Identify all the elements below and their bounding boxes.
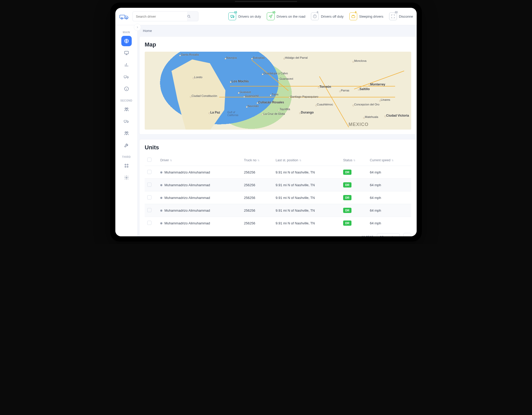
nav-apps[interactable]: [121, 160, 132, 171]
sort-icon[interactable]: ⇅: [353, 159, 355, 162]
nav-dashboard[interactable]: [121, 48, 132, 58]
page-size-select[interactable]: 10 count: [377, 233, 400, 237]
nav-team[interactable]: [121, 128, 132, 138]
map-city-marker[interactable]: [315, 105, 317, 106]
map-city-label: Monterrey: [370, 83, 385, 86]
cell-position: 9.91 mi N of Nashville, TN: [273, 217, 341, 230]
map-city-label: Santiago Papasquiaro: [290, 95, 318, 98]
nav-map[interactable]: [121, 36, 132, 46]
svg-point-26: [126, 177, 127, 178]
table-row[interactable]: Muhammadrizo Alimuhammad 256256 9.91 mi …: [145, 166, 411, 179]
svg-point-13: [127, 77, 128, 78]
map-city-label: Monclova: [354, 59, 366, 62]
table-row[interactable]: Muhammadrizo Alimuhammad 256256 9.91 mi …: [145, 179, 411, 191]
map-city-marker[interactable]: [257, 102, 258, 104]
map-city-marker[interactable]: [369, 84, 370, 86]
svg-point-2: [126, 18, 127, 19]
map-city-label: Los Mochis: [231, 79, 249, 83]
map-city-marker[interactable]: [262, 114, 263, 116]
search-icon: [187, 15, 191, 18]
metric-label: Disconne: [399, 15, 413, 18]
map-city-marker[interactable]: [246, 106, 248, 108]
table-row[interactable]: Muhammadrizo Alimuhammad 256256 9.91 mi …: [145, 191, 411, 204]
cell-driver: Muhammadrizo Alimuhammad: [164, 170, 210, 174]
search-button[interactable]: [187, 11, 198, 21]
map-city-label: Linares: [381, 98, 390, 101]
map-city-marker[interactable]: [251, 58, 253, 59]
nav-maintenance[interactable]: [121, 140, 132, 150]
svg-point-5: [231, 17, 232, 18]
col-status[interactable]: Status: [343, 158, 352, 162]
row-checkbox[interactable]: [147, 183, 151, 187]
map-city-label: Guasave: [240, 90, 251, 93]
table-row[interactable]: Muhammadrizo Alimuhammad 256256 9.91 mi …: [145, 217, 411, 230]
row-checkbox[interactable]: [147, 170, 151, 174]
svg-point-24: [125, 166, 126, 167]
map-city-marker[interactable]: [193, 77, 194, 79]
cell-driver: Muhammadrizo Alimuhammad: [164, 221, 210, 225]
metric-drivers-off-duty[interactable]: 0Drivers off duty: [311, 12, 343, 20]
sort-icon[interactable]: ⇅: [170, 159, 172, 162]
sort-icon[interactable]: ⇅: [391, 159, 394, 162]
metric-sleeping-drivers[interactable]: 0Sleeping drivers: [349, 12, 383, 20]
nav-info[interactable]: [121, 84, 132, 94]
sidebar-collapse-button[interactable]: [134, 24, 141, 31]
map-city-marker[interactable]: [283, 58, 285, 59]
status-dot-icon: [160, 184, 162, 186]
metric-label: Sleeping drivers: [359, 15, 383, 18]
map-city-marker[interactable]: [179, 55, 181, 56]
cell-position: 9.91 mi N of Nashville, TN: [273, 191, 341, 204]
nav-reports[interactable]: [121, 60, 132, 70]
metric-drivers-on-the-road[interactable]: 15Drivers on the road: [267, 12, 305, 20]
col-truck[interactable]: Truck no: [244, 158, 256, 162]
col-driver[interactable]: Driver: [160, 158, 169, 162]
row-checkbox[interactable]: [147, 221, 151, 225]
sidebar-section-main: MAIN: [123, 31, 130, 34]
map-view[interactable]: Gulf of California MEXICO Santa RosaliaL…: [145, 52, 411, 130]
sort-icon[interactable]: ⇅: [257, 159, 260, 162]
breadcrumb[interactable]: Home: [138, 25, 417, 36]
col-speed[interactable]: Current speed: [370, 158, 390, 162]
status-badge: DR: [343, 195, 351, 200]
row-checkbox[interactable]: [147, 208, 151, 212]
nav-vehicles[interactable]: [121, 116, 132, 126]
metric-label: Drivers on duty: [238, 15, 261, 18]
row-checkbox[interactable]: [147, 195, 151, 199]
wrench-icon: [124, 143, 129, 148]
select-all-checkbox[interactable]: [147, 158, 151, 162]
map-title: Map: [145, 41, 411, 48]
map-city-marker[interactable]: [318, 87, 320, 88]
svg-rect-10: [124, 51, 128, 54]
svg-point-3: [188, 15, 190, 17]
sidebar-section-second: SECOND: [120, 99, 132, 102]
nav-drivers[interactable]: [121, 104, 132, 115]
map-city-marker[interactable]: [384, 116, 386, 117]
svg-rect-11: [124, 76, 127, 78]
svg-point-18: [124, 122, 125, 123]
sort-icon[interactable]: ⇅: [299, 159, 301, 162]
table-row[interactable]: Muhammadrizo Alimuhammad 256256 9.91 mi …: [145, 204, 411, 217]
metric-disconne[interactable]: 20Disconne: [389, 12, 413, 20]
map-city-label: Hidalgo del Parral: [285, 56, 308, 59]
map-city-marker[interactable]: [225, 58, 226, 59]
map-city-label: Ciudad Constitución: [192, 94, 217, 97]
metric-drivers-on-duty[interactable]: 15Drivers on duty: [228, 12, 261, 20]
prev-page-button[interactable]: ‹: [403, 233, 411, 236]
col-position[interactable]: Last st. position: [276, 158, 298, 162]
cell-speed: 64 mph: [367, 166, 411, 179]
map-city-label: Topia: [271, 93, 278, 96]
metric-label: Drivers off duty: [321, 15, 343, 18]
nav-trucks[interactable]: [121, 72, 132, 82]
nav-settings[interactable]: [121, 172, 132, 183]
status-dot-icon: [160, 222, 162, 224]
map-city-marker[interactable]: [243, 96, 245, 98]
svg-rect-17: [124, 120, 127, 122]
map-city-marker[interactable]: [262, 73, 263, 75]
map-city-marker[interactable]: [358, 89, 360, 91]
map-city-marker[interactable]: [379, 100, 381, 102]
cell-speed: 64 mph: [367, 204, 411, 217]
search-input[interactable]: [132, 11, 187, 21]
sidebar-section-third: THIRD: [122, 156, 131, 158]
cell-truck: 256256: [241, 191, 273, 204]
svg-point-21: [127, 132, 128, 133]
